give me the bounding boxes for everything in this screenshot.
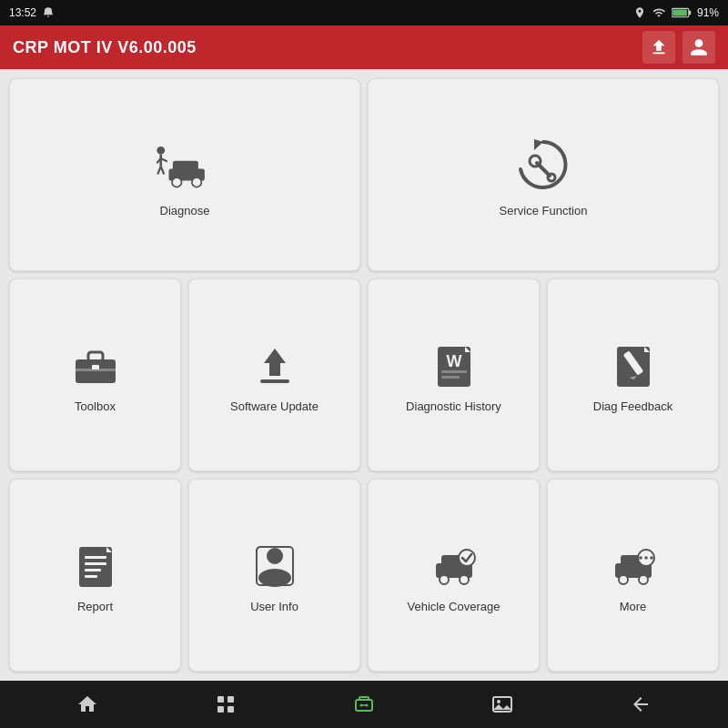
svg-rect-2: [672, 9, 687, 15]
gallery-nav-button[interactable]: [482, 684, 522, 724]
profile-button[interactable]: [682, 31, 715, 64]
svg-point-42: [440, 575, 449, 584]
status-bar: 13:52 91%: [0, 0, 728, 25]
battery-text: 91%: [697, 6, 719, 19]
location-icon: [633, 6, 646, 19]
report-svg: [72, 543, 119, 587]
person-icon: [689, 37, 709, 57]
back-nav-button[interactable]: [621, 684, 661, 724]
svg-point-7: [157, 146, 165, 154]
report-label: Report: [77, 600, 113, 613]
svg-point-54: [650, 556, 653, 560]
svg-rect-19: [92, 365, 99, 369]
more-tile[interactable]: More: [547, 479, 719, 672]
recent-nav-button[interactable]: [206, 684, 246, 724]
svg-point-49: [639, 575, 648, 584]
svg-rect-24: [441, 370, 467, 373]
diagnose-label: Diagnose: [160, 204, 210, 217]
bottom-nav: [0, 681, 728, 728]
svg-marker-65: [493, 704, 511, 710]
toolbox-tile[interactable]: Toolbox: [9, 278, 181, 471]
svg-rect-35: [85, 575, 97, 578]
diag-feedback-tile[interactable]: Diag Feedback: [547, 278, 719, 471]
diagnostic-history-svg: W: [430, 343, 478, 387]
home-icon: [76, 693, 98, 715]
svg-rect-58: [228, 706, 234, 713]
toolbox-label: Toolbox: [75, 399, 116, 413]
svg-rect-32: [85, 556, 106, 559]
vehicle-coverage-svg: [430, 543, 478, 587]
svg-point-43: [460, 575, 469, 584]
bot-row: Report User Info: [9, 479, 719, 672]
mid-row: Toolbox Software Update W: [9, 278, 719, 471]
svg-point-15: [548, 174, 555, 181]
svg-rect-4: [173, 160, 198, 171]
vehicle-coverage-icon: [427, 538, 481, 592]
user-info-label: User Info: [250, 600, 298, 613]
svg-rect-55: [217, 696, 224, 703]
top-row: Diagnose Service Function: [9, 78, 719, 271]
more-svg: [610, 543, 657, 587]
svg-marker-20: [264, 349, 286, 376]
wifi-icon: [652, 6, 666, 19]
diagnose-tile[interactable]: Diagnose: [9, 78, 360, 271]
vehicle-coverage-tile[interactable]: Vehicle Coverage: [368, 479, 540, 672]
diagnose-svg: [153, 137, 217, 192]
svg-point-6: [192, 177, 202, 187]
svg-rect-31: [79, 547, 112, 587]
report-tile[interactable]: Report: [9, 479, 181, 672]
more-label: More: [620, 600, 647, 613]
more-icon: [606, 538, 661, 592]
status-left: 13:52: [9, 6, 55, 19]
diag-feedback-svg: [610, 343, 657, 387]
vci-nav-button[interactable]: [344, 684, 384, 724]
software-update-svg: [251, 343, 298, 387]
app-title: CRP MOT IV V6.00.005: [13, 38, 197, 57]
service-function-tile[interactable]: Service Function: [368, 78, 719, 271]
service-function-label: Service Function: [500, 204, 588, 217]
back-icon: [630, 693, 652, 715]
svg-point-48: [619, 575, 628, 584]
svg-point-64: [497, 700, 500, 703]
upload-button[interactable]: [642, 31, 675, 64]
svg-text:W: W: [446, 352, 461, 370]
svg-point-52: [639, 556, 642, 560]
toolbox-svg: [72, 343, 119, 387]
diag-feedback-label: Diag Feedback: [593, 399, 672, 413]
software-update-tile[interactable]: Software Update: [188, 278, 360, 471]
svg-point-53: [644, 556, 648, 560]
svg-line-12: [161, 166, 165, 174]
software-update-label: Software Update: [230, 399, 318, 413]
user-info-icon: [248, 538, 302, 592]
diagnostic-history-tile[interactable]: W Diagnostic History: [368, 278, 540, 471]
service-function-icon: [511, 133, 575, 197]
report-icon: [68, 538, 123, 592]
user-info-svg: [251, 543, 298, 587]
home-nav-button[interactable]: [67, 684, 107, 724]
svg-point-37: [267, 548, 283, 564]
svg-point-14: [530, 156, 541, 167]
main-content: Diagnose Service Function: [0, 69, 728, 681]
svg-rect-17: [88, 352, 103, 361]
svg-point-5: [172, 177, 182, 187]
svg-rect-25: [441, 376, 460, 379]
user-info-tile[interactable]: User Info: [188, 479, 360, 672]
diagnostic-history-label: Diagnostic History: [406, 399, 501, 413]
diag-feedback-icon: [606, 338, 661, 392]
recent-icon: [215, 693, 237, 715]
upload-icon: [649, 37, 669, 57]
vci-icon: [353, 693, 375, 715]
software-update-icon: [248, 338, 302, 392]
app-header: CRP MOT IV V6.00.005: [0, 25, 728, 69]
status-right: 91%: [633, 6, 719, 19]
diagnostic-history-icon: W: [427, 338, 481, 392]
svg-rect-57: [217, 706, 224, 713]
svg-rect-1: [689, 11, 691, 15]
diagnose-icon: [153, 133, 217, 197]
toolbox-icon: [68, 338, 123, 392]
header-icon-group: [642, 31, 715, 64]
svg-rect-21: [260, 379, 289, 383]
svg-rect-33: [85, 562, 106, 565]
gallery-icon: [491, 693, 513, 715]
alarm-icon: [42, 6, 55, 19]
